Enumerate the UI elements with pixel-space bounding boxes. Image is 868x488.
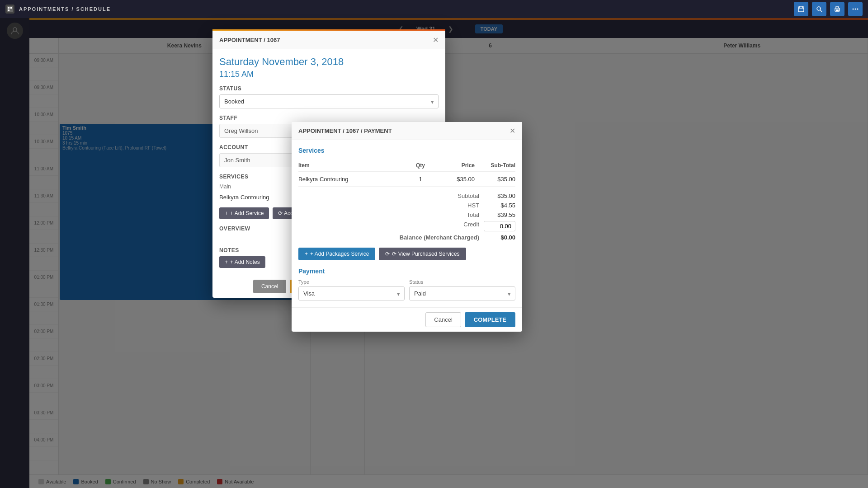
svg-point-13	[855, 9, 856, 10]
svg-rect-1	[8, 7, 9, 9]
pay-modal-body: Services Item Qty Price Sub-Total Belkyr…	[292, 140, 522, 307]
topbar-title: APPOINTMENTS / SCHEDULE	[19, 6, 111, 12]
total-value: $39.55	[484, 211, 515, 218]
payment-status-wrapper: Status Paid Pending Declined	[409, 279, 515, 300]
credit-label: Credit	[398, 221, 479, 231]
svg-rect-11	[836, 9, 839, 11]
services-section-title: Services	[298, 147, 515, 154]
package-buttons: + + Add Packages Service ⟳ ⟳ View Purcha…	[298, 248, 515, 260]
payment-status-select[interactable]: Paid Pending Declined	[409, 286, 515, 300]
payment-section-title: Payment	[298, 267, 515, 275]
col-price: Price	[434, 162, 475, 169]
payment-type-wrapper: Type Visa MasterCard Cash Cheque Other	[298, 279, 405, 300]
svg-line-9	[820, 10, 822, 12]
cancel-button[interactable]: Cancel	[253, 280, 286, 293]
more-icon[interactable]	[848, 2, 863, 16]
svg-point-8	[817, 7, 821, 10]
pay-modal-close[interactable]: ✕	[509, 127, 515, 135]
refresh-icon: ⟳	[385, 251, 390, 257]
subtotal-row: Subtotal $35.00	[298, 191, 515, 201]
svg-point-14	[857, 9, 859, 10]
svg-rect-3	[8, 9, 9, 11]
topbar-actions	[794, 2, 863, 16]
appt-modal-header: APPOINTMENT / 1067 ✕	[212, 31, 445, 49]
staff-section-label: Staff	[219, 115, 439, 121]
type-label: Type	[298, 279, 405, 285]
hst-value: $4.55	[484, 202, 515, 209]
pay-modal-title: APPOINTMENT / 1067 / PAYMENT	[298, 127, 392, 134]
payment-status-label: Status	[409, 279, 515, 285]
pay-cancel-button[interactable]: Cancel	[425, 312, 461, 327]
hst-label: HST	[398, 202, 479, 209]
app-logo	[5, 5, 14, 14]
svg-rect-2	[10, 7, 12, 9]
subtotal-label: Subtotal	[398, 192, 479, 199]
plus-icon: +	[225, 210, 228, 216]
pay-modal-footer: Cancel COMPLETE	[292, 307, 522, 332]
svg-point-12	[853, 9, 854, 10]
status-select[interactable]: Booked Confirmed Completed No Show Cance…	[219, 94, 439, 108]
payment-type-row: Type Visa MasterCard Cash Cheque Other S…	[298, 279, 515, 300]
complete-button[interactable]: COMPLETE	[465, 312, 515, 327]
plus-icon: +	[305, 251, 308, 257]
service-price-cell: $35.00	[434, 176, 475, 183]
appt-time-display: 11:15 AM	[219, 70, 439, 79]
services-table-header: Item Qty Price Sub-Total	[298, 160, 515, 172]
svg-rect-4	[798, 7, 804, 12]
credit-row: Credit	[298, 220, 515, 233]
print-icon[interactable]	[830, 2, 844, 16]
total-row: Total $39.55	[298, 210, 515, 220]
service-qty-cell: 1	[407, 176, 434, 183]
payment-type-select-wrapper: Visa MasterCard Cash Cheque Other	[298, 286, 405, 300]
appt-modal-close[interactable]: ✕	[433, 36, 439, 44]
totals-section: Subtotal $35.00 HST $4.55 Total $39.55 C…	[298, 191, 515, 242]
appt-modal-title: APPOINTMENT / 1067	[219, 37, 280, 43]
add-service-button[interactable]: + + Add Service	[219, 207, 269, 219]
col-item: Item	[298, 162, 407, 169]
plus-icon: +	[225, 259, 228, 265]
status-select-wrapper: Booked Confirmed Completed No Show Cance…	[219, 94, 439, 108]
appt-date: Saturday November 3, 2018	[219, 56, 439, 68]
balance-row: Balance (Merchant Charged) $0.00	[298, 233, 515, 242]
search-icon[interactable]	[812, 2, 826, 16]
service-subtotal-cell: $35.00	[475, 176, 515, 183]
service-name-cell: Belkyra Contouring	[298, 176, 407, 183]
add-packages-service-button[interactable]: + + Add Packages Service	[298, 248, 375, 260]
payment-status-select-wrapper: Paid Pending Declined	[409, 286, 515, 300]
calendar-icon[interactable]	[794, 2, 808, 16]
service-table-row: Belkyra Contouring 1 $35.00 $35.00	[298, 172, 515, 187]
topbar: APPOINTMENTS / SCHEDULE	[0, 0, 868, 18]
payment-type-select[interactable]: Visa MasterCard Cash Cheque Other	[298, 286, 405, 300]
pay-modal-header: APPOINTMENT / 1067 / PAYMENT ✕	[292, 122, 522, 140]
payment-modal: APPOINTMENT / 1067 / PAYMENT ✕ Services …	[292, 122, 522, 332]
balance-value: $0.00	[484, 234, 515, 241]
total-label: Total	[398, 211, 479, 218]
col-qty: Qty	[407, 162, 434, 169]
col-subtotal: Sub-Total	[475, 162, 515, 169]
status-section-label: Status	[219, 85, 439, 92]
view-purchased-services-button[interactable]: ⟳ ⟳ View Purchased Services	[379, 248, 466, 260]
subtotal-value: $35.00	[484, 192, 515, 199]
balance-label: Balance (Merchant Charged)	[398, 234, 479, 241]
hst-row: HST $4.55	[298, 201, 515, 210]
add-notes-button[interactable]: + + Add Notes	[219, 256, 265, 268]
credit-input[interactable]	[484, 221, 515, 231]
